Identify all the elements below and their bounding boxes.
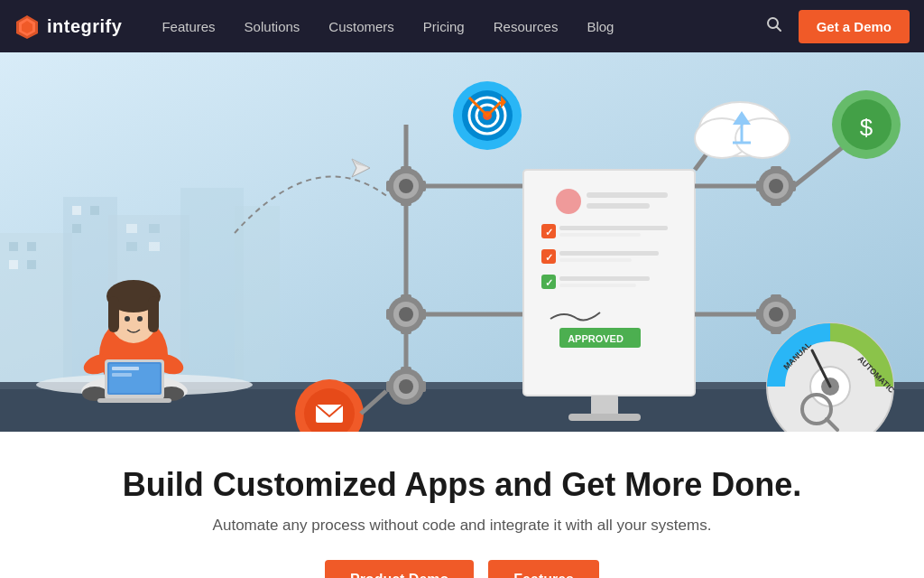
search-button[interactable] (759, 13, 790, 41)
svg-rect-84 (559, 258, 632, 262)
svg-rect-80 (559, 233, 641, 237)
hero-illustration: ✓ ✓ ✓ APPROVED $ (0, 52, 924, 432)
svg-rect-18 (126, 224, 137, 233)
svg-rect-19 (149, 224, 160, 233)
features-button[interactable]: Features (488, 560, 599, 578)
svg-rect-97 (756, 181, 763, 191)
svg-point-113 (769, 307, 783, 322)
nav-resources[interactable]: Resources (481, 12, 571, 42)
svg-rect-95 (771, 166, 781, 173)
search-icon (766, 16, 782, 33)
svg-rect-75 (587, 192, 668, 198)
svg-rect-35 (148, 296, 159, 332)
svg-text:✓: ✓ (545, 227, 553, 238)
svg-rect-130 (386, 381, 393, 392)
svg-point-94 (769, 179, 783, 193)
svg-text:APPROVED: APPROVED (568, 333, 624, 344)
svg-rect-87 (559, 276, 650, 281)
svg-rect-12 (27, 242, 36, 251)
svg-point-36 (125, 316, 130, 322)
svg-rect-66 (401, 294, 411, 302)
svg-rect-116 (756, 309, 763, 320)
svg-rect-42 (112, 367, 139, 370)
content-section: Build Customized Apps and Get More Done.… (0, 432, 924, 578)
nav-features[interactable]: Features (149, 12, 227, 42)
svg-rect-20 (126, 242, 137, 251)
svg-point-48 (399, 179, 413, 193)
svg-rect-76 (587, 203, 650, 209)
svg-rect-131 (419, 381, 426, 392)
logo-text: integrify (47, 16, 122, 37)
navbar: integrify Features Solutions Customers P… (0, 0, 924, 52)
product-demo-button[interactable]: Product Demo (325, 560, 474, 578)
svg-text:✓: ✓ (545, 252, 553, 263)
svg-rect-15 (72, 206, 81, 215)
svg-rect-43 (112, 373, 132, 377)
svg-line-4 (776, 26, 781, 31)
svg-point-65 (399, 307, 413, 322)
svg-text:✓: ✓ (545, 277, 553, 288)
svg-rect-21 (149, 242, 160, 251)
logo-icon (14, 14, 40, 39)
headline: Build Customized Apps and Get More Done. (18, 466, 906, 504)
cta-buttons: Product Demo Features (18, 560, 906, 578)
svg-rect-13 (9, 260, 18, 269)
svg-point-74 (556, 189, 581, 214)
svg-rect-68 (386, 309, 393, 320)
logo[interactable]: integrify (14, 14, 122, 39)
svg-rect-34 (108, 296, 119, 332)
svg-rect-129 (401, 367, 411, 374)
svg-text:$: $ (860, 114, 873, 141)
nav-blog[interactable]: Blog (574, 12, 626, 42)
svg-rect-79 (559, 226, 668, 230)
svg-rect-83 (559, 251, 659, 256)
nav-pricing[interactable]: Pricing (411, 12, 477, 42)
hero-section: ✓ ✓ ✓ APPROVED $ (0, 52, 924, 432)
svg-rect-67 (401, 327, 411, 334)
svg-rect-16 (90, 206, 99, 215)
svg-rect-17 (72, 224, 81, 233)
nav-customers[interactable]: Customers (316, 12, 407, 42)
svg-rect-88 (559, 284, 636, 287)
svg-rect-14 (27, 260, 36, 269)
subheadline: Automate any process without code and in… (18, 517, 906, 535)
svg-point-37 (137, 316, 143, 322)
svg-rect-114 (771, 294, 781, 302)
svg-rect-11 (9, 242, 18, 251)
nav-links: Features Solutions Customers Pricing Res… (149, 12, 758, 42)
svg-rect-117 (789, 309, 796, 320)
svg-rect-40 (97, 398, 171, 403)
svg-rect-51 (386, 181, 393, 191)
get-demo-button[interactable]: Get a Demo (799, 10, 910, 43)
nav-right: Get a Demo (759, 10, 910, 43)
nav-solutions[interactable]: Solutions (232, 12, 313, 42)
svg-rect-73 (568, 414, 641, 421)
svg-rect-115 (771, 327, 781, 334)
svg-rect-96 (771, 199, 781, 206)
svg-point-128 (399, 379, 413, 394)
